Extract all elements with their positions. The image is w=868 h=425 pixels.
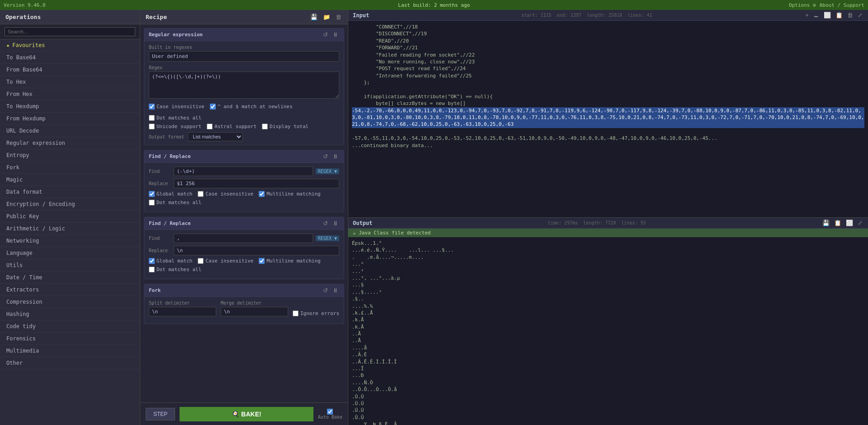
sidebar-item-to-hexdump[interactable]: To Hexdump bbox=[0, 100, 140, 113]
fork-ignore-check[interactable]: Ignore errors bbox=[293, 310, 339, 316]
sidebar-item-data-format[interactable]: Data format bbox=[0, 186, 140, 198]
autobake-checkbox[interactable] bbox=[327, 409, 333, 415]
output-format-row: Output format List matches Highlight mat… bbox=[149, 132, 339, 141]
fr2-block-icons: ↺ ⏸ bbox=[322, 220, 339, 227]
sidebar-item-to-hex[interactable]: To Hex bbox=[0, 76, 140, 88]
input-icon-maximize[interactable]: ⬜ bbox=[823, 12, 832, 19]
input-header: Input start: 1115 end: 1397 length: 2581… bbox=[348, 10, 868, 21]
regex-input[interactable] bbox=[149, 72, 339, 99]
last-build-label: Last build: 2 months ago bbox=[398, 2, 470, 8]
input-icon-clear[interactable]: 🗑 bbox=[846, 12, 854, 19]
sidebar-item-url-decode[interactable]: URL Decode bbox=[0, 125, 140, 137]
sidebar-item-date-time[interactable]: Date / Time bbox=[0, 272, 140, 284]
sidebar-item-compression[interactable]: Compression bbox=[0, 296, 140, 308]
and-dollar-check[interactable]: ^ and $ match at newlines bbox=[210, 104, 293, 110]
bake-button[interactable]: 🍳 BAKE! bbox=[180, 407, 313, 421]
fr2-reset-btn[interactable]: ↺ bbox=[322, 220, 329, 227]
sidebar-item-multimedia[interactable]: Multimedia bbox=[0, 345, 140, 357]
fr2-dot-check[interactable]: Dot matches all bbox=[149, 267, 201, 272]
options-link[interactable]: Options ⚙ bbox=[789, 2, 816, 8]
display-total-check[interactable]: Display total bbox=[262, 124, 308, 129]
fork-merge-input[interactable] bbox=[221, 307, 288, 316]
sidebar-item-entropy[interactable]: Entropy bbox=[0, 149, 140, 162]
output-stat-length: length: 7720 bbox=[583, 220, 616, 225]
regex-reset-btn[interactable]: ↺ bbox=[322, 31, 329, 38]
output-icon-maximize[interactable]: ⬜ bbox=[845, 220, 854, 226]
fr1-case-check[interactable]: Case insensitive bbox=[198, 191, 253, 197]
input-icon-copy[interactable]: 📋 bbox=[835, 12, 844, 19]
tooltip-text: Java Class file detected bbox=[359, 230, 431, 236]
sidebar-item-networking[interactable]: Networking bbox=[0, 235, 140, 247]
input-icons: + 🗕 ⬜ 📋 🗑 ⤢ bbox=[804, 12, 863, 19]
output-format-select[interactable]: List matches Highlight matches bbox=[188, 132, 243, 141]
sidebar-item-regular-expression[interactable]: Regular expression bbox=[0, 137, 140, 149]
output-content[interactable]: Épsk...1." ...é.é..Ñ.Ý.... ...l... ...§.… bbox=[348, 237, 868, 425]
sidebar-item-forensics[interactable]: Forensics bbox=[0, 333, 140, 345]
fr2-multiline-check[interactable]: Multiline matching bbox=[259, 258, 320, 264]
fork-block: Fork ↺ ⏸ Split delimiter Merge delimiter bbox=[144, 284, 344, 324]
sidebar-item-hashing[interactable]: Hashing bbox=[0, 308, 140, 320]
sidebar-item-other[interactable]: Other bbox=[0, 357, 140, 369]
input-icon-minimize[interactable]: 🗕 bbox=[812, 12, 820, 19]
sidebar-item-code-tidy[interactable]: Code tidy bbox=[0, 320, 140, 333]
clear-recipe-btn[interactable]: 🗑 bbox=[335, 14, 342, 20]
fr2-toggle-btn[interactable]: ⏸ bbox=[332, 220, 339, 227]
step-button[interactable]: STEP bbox=[146, 408, 175, 420]
sidebar-item-magic[interactable]: Magic bbox=[0, 174, 140, 186]
output-icon-copy[interactable]: 📋 bbox=[833, 220, 842, 226]
about-link[interactable]: About / Support bbox=[820, 2, 864, 8]
sidebar-item-to-base64[interactable]: To Base64 bbox=[0, 52, 140, 64]
fr1-block-body: Find REGEX ▼ Replace Global match Case i… bbox=[144, 163, 344, 212]
regex-toggle-btn[interactable]: ⏸ bbox=[332, 31, 339, 38]
input-icon-expand[interactable]: ⤢ bbox=[857, 12, 863, 19]
output-icon-save[interactable]: 💾 bbox=[821, 220, 830, 226]
sidebar-item-public-key[interactable]: Public Key bbox=[0, 210, 140, 223]
fr1-dot-check[interactable]: Dot matches all bbox=[149, 200, 201, 205]
case-insensitive-check[interactable]: Case insensitive bbox=[149, 104, 204, 110]
sidebar-item-encryption-encoding[interactable]: Encryption / Encoding bbox=[0, 198, 140, 210]
fork-merge-group: Merge delimiter bbox=[221, 301, 288, 316]
unicode-check[interactable]: Unicode support bbox=[149, 124, 201, 129]
sidebar-item-from-base64[interactable]: From Base64 bbox=[0, 64, 140, 76]
sidebar-item-favourites[interactable]: ★ Favourites bbox=[0, 39, 140, 52]
search-box bbox=[0, 24, 140, 39]
sidebar-item-from-hex[interactable]: From Hex bbox=[0, 88, 140, 100]
sidebar-item-language[interactable]: Language bbox=[0, 247, 140, 259]
dot-matches-check[interactable]: Dot matches all bbox=[149, 115, 201, 121]
fr2-replace-input[interactable] bbox=[174, 246, 339, 255]
fork-split-input[interactable] bbox=[149, 307, 216, 316]
fork-toggle-btn[interactable]: ⏸ bbox=[332, 287, 339, 294]
find-replace-1-block: Find / Replace ↺ ⏸ Find REGEX ▼ Replace bbox=[144, 150, 344, 212]
fr2-case-check[interactable]: Case insensitive bbox=[198, 258, 253, 264]
fr1-reset-btn[interactable]: ↺ bbox=[322, 153, 329, 160]
sidebar-item-from-hexdump[interactable]: From Hexdump bbox=[0, 113, 140, 125]
autobake-label: Auto Bake bbox=[318, 415, 342, 420]
fr1-replace-label: Replace bbox=[149, 181, 174, 186]
fr1-find-badge[interactable]: REGEX ▼ bbox=[316, 168, 339, 174]
input-title: Input bbox=[353, 12, 369, 19]
fr2-find-input[interactable] bbox=[174, 234, 313, 243]
save-recipe-btn[interactable]: 💾 bbox=[309, 14, 318, 20]
input-content[interactable]: "CONNECT",//18 "DISCONNECT",//19 "READ",… bbox=[348, 21, 868, 217]
sidebar-item-fork[interactable]: Fork bbox=[0, 162, 140, 174]
fr1-toggle-btn[interactable]: ⏸ bbox=[332, 153, 339, 160]
sidebar-item-extractors[interactable]: Extractors bbox=[0, 284, 140, 296]
load-recipe-btn[interactable]: 📁 bbox=[322, 14, 331, 20]
input-stat-start: start: 1115 bbox=[522, 13, 551, 18]
fr2-global-check[interactable]: Global match bbox=[149, 258, 192, 264]
output-header: Output time: 297ms length: 7720 lines: 9… bbox=[348, 218, 868, 229]
fr1-global-check[interactable]: Global match bbox=[149, 191, 192, 197]
fr1-multiline-check[interactable]: Multiline matching bbox=[259, 191, 320, 197]
fr1-replace-input[interactable] bbox=[174, 179, 339, 188]
astral-check[interactable]: Astral support bbox=[207, 124, 256, 129]
input-stats: start: 1115 end: 1397 length: 25818 line… bbox=[522, 13, 652, 18]
sidebar-item-utils[interactable]: Utils bbox=[0, 259, 140, 272]
output-icon-expand[interactable]: ⤢ bbox=[857, 220, 863, 226]
fork-reset-btn[interactable]: ↺ bbox=[322, 287, 329, 294]
sidebar-item-arithmetic-logic[interactable]: Arithmetic / Logic bbox=[0, 223, 140, 235]
recipe-header-icons: 💾 📁 🗑 bbox=[309, 14, 342, 20]
fr2-find-badge[interactable]: REGEX ▼ bbox=[316, 235, 339, 241]
search-input[interactable] bbox=[5, 27, 135, 36]
fr1-find-input[interactable] bbox=[174, 167, 313, 176]
input-icon-plus[interactable]: + bbox=[804, 12, 810, 19]
